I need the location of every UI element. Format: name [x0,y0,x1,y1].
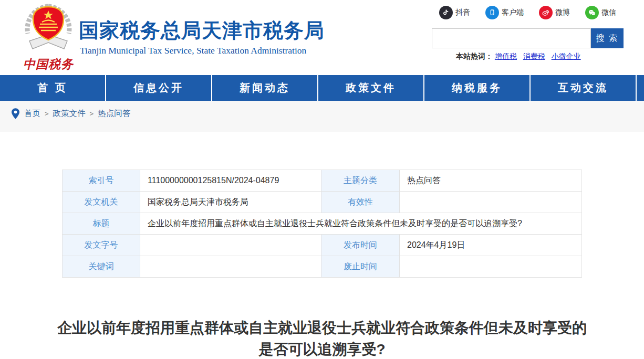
hot-words: 本站热词： 增值税 消费税 小微企业 [456,52,585,61]
mobile-client-phone-icon [485,6,499,19]
tax-emblem-icon [21,46,76,55]
meta-value-publish-date: 2024年4月19日 [400,235,582,256]
hot-word-link-vat[interactable]: 增值税 [495,52,517,60]
breadcrumb-strip: 首页 > 政策文件 > 热点问答 [0,101,644,132]
table-row: 发文字号 发布时间 2024年4月19日 [63,235,582,256]
table-row: 发文机关 国家税务总局天津市税务局 有效性 [63,192,582,213]
weibo-eye-icon [539,6,553,19]
main-nav: 首 页 信息公开 新闻动态 政策文件 纳税服务 互动交流 [0,75,644,101]
article-title: 企业以前年度招用重点群体或自主就业退役士兵就业符合政策条件但未及时享受的是否可以… [0,317,644,359]
site-header: 中国税务 国家税务总局天津市税务局 Tianjin Municipal Tax … [0,0,644,75]
social-weibo[interactable]: 微博 [539,6,570,19]
meta-label-issuing-agency: 发文机关 [63,192,140,213]
meta-label-topic-category: 主题分类 [321,170,400,192]
meta-value-repeal-date [400,256,582,278]
meta-label-index-number: 索引号 [63,170,140,192]
meta-label-validity: 有效性 [321,192,400,213]
nav-item-policy-documents[interactable]: 政策文件 [318,75,424,101]
social-wechat-label: 微信 [601,8,616,17]
meta-value-index-number: 11100000000125815N/2024-04879 [140,170,321,192]
breadcrumb-policy-documents[interactable]: 政策文件 [53,108,86,119]
breadcrumb-current-hot-qa: 热点问答 [98,108,130,119]
douyin-music-note-icon [439,6,453,19]
hot-word-link-consumption-tax[interactable]: 消费税 [523,52,545,60]
social-client[interactable]: 客户端 [485,6,524,19]
breadcrumb: 首页 > 政策文件 > 热点问答 [12,108,130,119]
site-title: 国家税务总局天津市税务局 [79,17,325,44]
page: 中国税务 国家税务总局天津市税务局 Tianjin Municipal Tax … [0,0,644,359]
table-row: 索引号 11100000000125815N/2024-04879 主题分类 热… [63,170,582,192]
meta-label-publish-date: 发布时间 [321,235,400,256]
breadcrumb-home[interactable]: 首页 [24,108,40,119]
breadcrumb-separator: > [90,110,94,118]
nav-item-info-disclosure[interactable]: 信息公开 [106,75,212,101]
social-douyin[interactable]: 抖音 [439,6,470,19]
hot-words-label: 本站热词： [456,52,493,60]
meta-label-repeal-date: 废止时间 [321,256,400,278]
social-douyin-label: 抖音 [455,8,470,17]
meta-label-title: 标题 [63,213,140,235]
logo-calligraphy: 中国税务 [19,56,78,72]
search-input[interactable] [432,28,591,48]
wechat-bubbles-icon [585,6,599,19]
social-client-label: 客户端 [502,8,524,17]
meta-label-keywords: 关键词 [63,256,140,278]
meta-value-topic-category: 热点问答 [400,170,582,192]
nav-item-tax-services[interactable]: 纳税服务 [424,75,531,101]
nav-item-news[interactable]: 新闻动态 [212,75,318,101]
site-logo: 中国税务 [19,3,78,72]
table-row: 标题 企业以前年度招用重点群体或自主就业退役士兵就业符合政策条件但未及时享受的是… [63,213,582,235]
meta-value-document-number [140,235,321,256]
social-links: 抖音 客户端 [439,6,616,19]
meta-value-validity [400,192,582,213]
table-row: 关键词 废止时间 [63,256,582,278]
breadcrumb-separator: > [45,110,49,118]
meta-label-document-number: 发文字号 [63,235,140,256]
document-meta-table: 索引号 11100000000125815N/2024-04879 主题分类 热… [62,170,582,278]
location-pin-icon [12,108,19,119]
search-button[interactable]: 搜 索 [591,28,624,48]
nav-item-home[interactable]: 首 页 [0,75,106,101]
meta-value-issuing-agency: 国家税务总局天津市税务局 [140,192,321,213]
meta-value-keywords [140,256,321,278]
site-subtitle: Tianjin Municipal Tax Service, State Tax… [80,45,306,56]
social-wechat[interactable]: 微信 [585,6,616,19]
social-weibo-label: 微博 [555,8,570,17]
hot-word-link-small-business[interactable]: 小微企业 [552,52,581,60]
article-title-text: 企业以前年度招用重点群体或自主就业退役士兵就业符合政策条件但未及时享受的是否可以… [54,317,590,359]
meta-value-title: 企业以前年度招用重点群体或自主就业退役士兵就业符合政策条件但未及时享受的是否可以… [140,213,582,235]
nav-item-interaction[interactable]: 互动交流 [531,75,637,101]
